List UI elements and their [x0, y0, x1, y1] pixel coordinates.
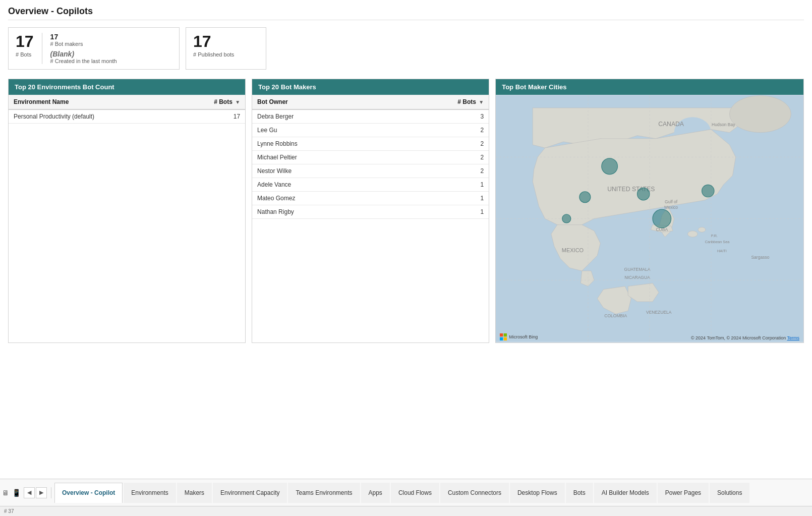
- tab-teams-environments[interactable]: Teams Environments: [288, 483, 360, 503]
- tab-desktop-flows[interactable]: Desktop Flows: [510, 483, 565, 503]
- page-title: Overview - Copilots: [8, 6, 804, 20]
- created-last-month-number: (Blank): [50, 50, 117, 58]
- tab-prev-btn[interactable]: ◀: [24, 487, 35, 498]
- bing-logo: [500, 333, 507, 340]
- page-indicator: # 37: [4, 508, 14, 514]
- kpi-row: 17 # Bots 17 # Bot makers (Blank) # Crea…: [8, 27, 804, 70]
- sort-arrow-bots: ▼: [479, 99, 484, 105]
- tables-row: Top 20 Environments Bot Count Environmen…: [8, 79, 804, 343]
- svg-text:VENEZUELA: VENEZUELA: [646, 310, 672, 315]
- bots-number: 17: [16, 33, 34, 50]
- svg-rect-33: [504, 333, 507, 336]
- bots-count-cell: 1: [389, 192, 489, 205]
- created-last-month-item: (Blank) # Created in the last month: [50, 50, 117, 64]
- tab-next-btn[interactable]: ▶: [36, 487, 47, 498]
- top-environments-panel: Top 20 Environments Bot Count Environmen…: [8, 79, 246, 343]
- svg-text:Hudson Bay: Hudson Bay: [712, 122, 735, 127]
- tab-overview-copilot[interactable]: Overview - Copilot: [54, 483, 123, 503]
- env-bots-col-header[interactable]: # Bots ▼: [178, 95, 245, 109]
- top-environments-header: Top 20 Environments Bot Count: [9, 79, 245, 95]
- tab-custom-connectors[interactable]: Custom Connectors: [440, 483, 509, 503]
- table-row: Adele Vance1: [252, 178, 489, 192]
- map-container[interactable]: CANADA UNITED STATES MEXICO CUBA Gulf of…: [496, 95, 803, 342]
- kpi-card-bots: 17 # Bots 17 # Bot makers (Blank) # Crea…: [8, 27, 180, 70]
- tab-cloud-flows[interactable]: Cloud Flows: [391, 483, 439, 503]
- tab-bar: 🖥 📱 ◀ ▶ Overview - CopilotEnvironmentsMa…: [0, 479, 812, 506]
- tab-makers[interactable]: Makers: [177, 483, 212, 503]
- tablet-icon[interactable]: 📱: [12, 489, 21, 497]
- top-bot-makers-header: Top 20 Bot Makers: [252, 79, 489, 95]
- top-bot-makers-table: Bot Owner # Bots ▼ Debra Berger3Lee Gu2L…: [252, 95, 489, 219]
- top-environments-table: Environment Name # Bots ▼ Personal Produ…: [9, 95, 245, 124]
- table-row: Lynne Robbins2: [252, 137, 489, 151]
- svg-point-28: [562, 214, 571, 223]
- bot-makers-item: 17 # Bot makers: [50, 33, 117, 47]
- published-bots-label: # Published bots: [193, 51, 259, 58]
- tab-ai-builder-models[interactable]: AI Builder Models: [594, 483, 657, 503]
- table-row: Debra Berger3: [252, 109, 489, 124]
- map-copyright: © 2024 TomTom, © 2024 Microsoft Corporat…: [691, 335, 799, 340]
- device-icons: 🖥 📱: [2, 489, 21, 497]
- bot-makers-number: 17: [50, 33, 117, 41]
- bots-label: # Bots: [16, 51, 34, 58]
- tab-environments[interactable]: Environments: [124, 483, 176, 503]
- svg-text:NICARAGUA: NICARAGUA: [624, 275, 650, 280]
- svg-text:HAITI: HAITI: [717, 249, 727, 254]
- svg-point-31: [653, 209, 671, 228]
- bots-count-cell: 3: [389, 109, 489, 124]
- svg-text:COLOMBIA: COLOMBIA: [605, 313, 627, 318]
- footer-bar: # 37: [0, 506, 812, 516]
- tab-environment-capacity[interactable]: Environment Capacity: [213, 483, 287, 503]
- top-environments-table-container[interactable]: Environment Name # Bots ▼ Personal Produ…: [9, 95, 245, 342]
- bot-owner-col-header[interactable]: Bot Owner: [252, 95, 389, 109]
- bots-count-cell: 2: [389, 124, 489, 137]
- svg-point-3: [688, 231, 698, 237]
- map-panel: Top Bot Maker Cities: [495, 79, 804, 343]
- monitor-icon[interactable]: 🖥: [2, 489, 9, 497]
- bot-owner-cell: Adele Vance: [252, 178, 389, 192]
- table-row: Lee Gu2: [252, 124, 489, 137]
- tab-bots[interactable]: Bots: [566, 483, 593, 503]
- env-name-cell: Personal Productivity (default): [9, 109, 178, 124]
- bots-col-header[interactable]: # Bots ▼: [389, 95, 489, 109]
- bots-count-cell: 2: [389, 164, 489, 178]
- bots-count-cell: 2: [389, 137, 489, 151]
- top-bot-makers-table-container[interactable]: Bot Owner # Bots ▼ Debra Berger3Lee Gu2L…: [252, 95, 489, 342]
- tab-solutions[interactable]: Solutions: [710, 483, 749, 503]
- bot-owner-cell: Lee Gu: [252, 124, 389, 137]
- kpi-bots-right: 17 # Bot makers (Blank) # Created in the…: [50, 33, 117, 64]
- bots-count-cell: 2: [389, 151, 489, 164]
- svg-rect-34: [500, 337, 503, 340]
- svg-point-4: [698, 227, 706, 232]
- bots-count-cell: 1: [389, 178, 489, 192]
- kpi-bots-left: 17 # Bots: [16, 33, 42, 64]
- svg-text:Mexico: Mexico: [664, 205, 678, 210]
- terms-link[interactable]: Terms: [787, 335, 800, 340]
- table-row: Nestor Wilke2: [252, 164, 489, 178]
- map-header: Top Bot Maker Cities: [496, 79, 803, 95]
- svg-text:P.R.: P.R.: [711, 234, 718, 238]
- bot-owner-cell: Mateo Gomez: [252, 192, 389, 205]
- kpi-card-published-bots: 17 # Published bots: [186, 27, 266, 70]
- bot-owner-cell: Nathan Rigby: [252, 205, 389, 219]
- bot-makers-label: # Bot makers: [50, 41, 117, 47]
- svg-text:GUATEMALA: GUATEMALA: [624, 267, 651, 272]
- table-row: Personal Productivity (default)17: [9, 109, 245, 124]
- svg-point-1: [730, 95, 791, 132]
- svg-text:MEXICO: MEXICO: [562, 248, 584, 254]
- svg-point-27: [579, 192, 591, 203]
- svg-point-26: [602, 158, 618, 175]
- svg-point-30: [702, 185, 714, 197]
- table-row: Nathan Rigby1: [252, 205, 489, 219]
- env-name-col-header[interactable]: Environment Name: [9, 95, 178, 109]
- env-bots-cell: 17: [178, 109, 245, 124]
- table-row: Mateo Gomez1: [252, 192, 489, 205]
- bot-owner-cell: Nestor Wilke: [252, 164, 389, 178]
- tab-apps[interactable]: Apps: [361, 483, 390, 503]
- bot-owner-cell: Debra Berger: [252, 109, 389, 124]
- sort-arrow-env: ▼: [235, 99, 240, 105]
- tab-power-pages[interactable]: Power Pages: [658, 483, 709, 503]
- svg-text:Sargasso: Sargasso: [751, 255, 770, 260]
- bot-owner-cell: Lynne Robbins: [252, 137, 389, 151]
- top-bot-makers-panel: Top 20 Bot Makers Bot Owner # Bots ▼: [252, 79, 489, 343]
